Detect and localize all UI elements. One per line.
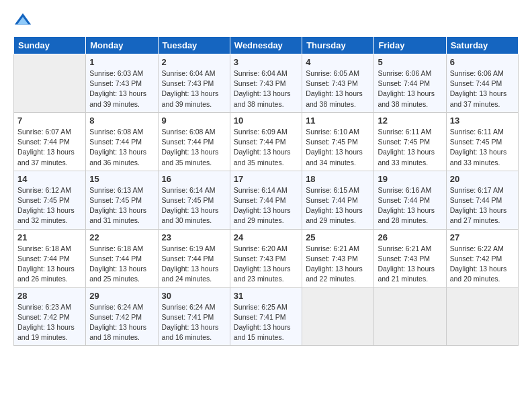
day-cell: 25Sunrise: 6:21 AMSunset: 7:43 PMDayligh… (302, 229, 374, 287)
day-number: 17 (234, 174, 298, 184)
day-info: Sunrise: 6:07 AMSunset: 7:44 PMDaylight:… (17, 127, 82, 168)
day-info: Sunrise: 6:11 AMSunset: 7:45 PMDaylight:… (450, 127, 515, 168)
day-info: Sunrise: 6:14 AMSunset: 7:45 PMDaylight:… (162, 185, 226, 226)
day-number: 21 (17, 232, 82, 242)
day-number: 15 (89, 174, 154, 184)
day-number: 10 (234, 116, 298, 126)
day-cell (14, 54, 86, 113)
day-cell: 6Sunrise: 6:06 AMSunset: 7:44 PMDaylight… (446, 54, 518, 113)
day-number: 18 (306, 174, 370, 184)
day-cell: 26Sunrise: 6:21 AMSunset: 7:43 PMDayligh… (374, 229, 446, 287)
day-number: 14 (17, 174, 82, 184)
day-info: Sunrise: 6:13 AMSunset: 7:45 PMDaylight:… (89, 185, 154, 226)
day-info: Sunrise: 6:04 AMSunset: 7:43 PMDaylight:… (162, 68, 226, 109)
day-cell (302, 287, 374, 346)
day-info: Sunrise: 6:11 AMSunset: 7:45 PMDaylight:… (378, 127, 442, 168)
day-info: Sunrise: 6:22 AMSunset: 7:42 PMDaylight:… (450, 244, 515, 285)
day-cell: 23Sunrise: 6:19 AMSunset: 7:44 PMDayligh… (158, 229, 230, 287)
day-cell: 20Sunrise: 6:17 AMSunset: 7:44 PMDayligh… (446, 171, 518, 229)
day-number: 8 (89, 116, 154, 126)
day-info: Sunrise: 6:20 AMSunset: 7:43 PMDaylight:… (234, 244, 298, 285)
day-cell: 15Sunrise: 6:13 AMSunset: 7:45 PMDayligh… (86, 171, 158, 229)
day-cell: 2Sunrise: 6:04 AMSunset: 7:43 PMDaylight… (158, 54, 230, 113)
day-number: 12 (378, 116, 442, 126)
day-cell: 29Sunrise: 6:24 AMSunset: 7:42 PMDayligh… (86, 287, 158, 346)
day-info: Sunrise: 6:09 AMSunset: 7:44 PMDaylight:… (234, 127, 298, 168)
day-cell: 9Sunrise: 6:08 AMSunset: 7:44 PMDaylight… (158, 112, 230, 171)
day-cell: 19Sunrise: 6:16 AMSunset: 7:44 PMDayligh… (374, 171, 446, 229)
day-cell: 10Sunrise: 6:09 AMSunset: 7:44 PMDayligh… (230, 112, 302, 171)
week-row-2: 14Sunrise: 6:12 AMSunset: 7:45 PMDayligh… (14, 171, 519, 229)
day-number: 27 (450, 232, 515, 242)
day-number: 22 (89, 232, 154, 242)
day-cell: 13Sunrise: 6:11 AMSunset: 7:45 PMDayligh… (446, 112, 518, 171)
day-info: Sunrise: 6:24 AMSunset: 7:42 PMDaylight:… (89, 302, 154, 343)
day-number: 3 (234, 57, 298, 67)
day-number: 2 (162, 57, 226, 67)
day-number: 26 (378, 232, 442, 242)
day-cell: 11Sunrise: 6:10 AMSunset: 7:45 PMDayligh… (302, 112, 374, 171)
col-header-tuesday: Tuesday (158, 37, 230, 54)
day-cell: 12Sunrise: 6:11 AMSunset: 7:45 PMDayligh… (374, 112, 446, 171)
day-info: Sunrise: 6:18 AMSunset: 7:44 PMDaylight:… (17, 244, 82, 285)
day-number: 19 (378, 174, 442, 184)
day-number: 30 (162, 291, 226, 301)
week-row-1: 7Sunrise: 6:07 AMSunset: 7:44 PMDaylight… (14, 112, 519, 171)
day-cell: 4Sunrise: 6:05 AMSunset: 7:43 PMDaylight… (302, 54, 374, 113)
week-row-3: 21Sunrise: 6:18 AMSunset: 7:44 PMDayligh… (14, 229, 519, 287)
day-number: 11 (306, 116, 370, 126)
day-info: Sunrise: 6:08 AMSunset: 7:44 PMDaylight:… (162, 127, 226, 168)
day-info: Sunrise: 6:21 AMSunset: 7:43 PMDaylight:… (306, 244, 370, 285)
day-cell: 5Sunrise: 6:06 AMSunset: 7:44 PMDaylight… (374, 54, 446, 113)
day-number: 9 (162, 116, 226, 126)
day-number: 25 (306, 232, 370, 242)
day-cell: 3Sunrise: 6:04 AMSunset: 7:43 PMDaylight… (230, 54, 302, 113)
col-header-thursday: Thursday (302, 37, 374, 54)
day-info: Sunrise: 6:04 AMSunset: 7:43 PMDaylight:… (234, 68, 298, 109)
col-header-saturday: Saturday (446, 37, 518, 54)
day-info: Sunrise: 6:10 AMSunset: 7:45 PMDaylight:… (306, 127, 370, 168)
day-info: Sunrise: 6:05 AMSunset: 7:43 PMDaylight:… (306, 68, 370, 109)
day-cell: 7Sunrise: 6:07 AMSunset: 7:44 PMDaylight… (14, 112, 86, 171)
day-info: Sunrise: 6:12 AMSunset: 7:45 PMDaylight:… (17, 185, 82, 226)
day-number: 5 (378, 57, 442, 67)
day-number: 29 (89, 291, 154, 301)
day-number: 4 (306, 57, 370, 67)
day-cell (374, 287, 446, 346)
day-cell: 8Sunrise: 6:08 AMSunset: 7:44 PMDaylight… (86, 112, 158, 171)
day-cell: 16Sunrise: 6:14 AMSunset: 7:45 PMDayligh… (158, 171, 230, 229)
day-number: 7 (17, 116, 82, 126)
col-header-wednesday: Wednesday (230, 37, 302, 54)
day-cell: 31Sunrise: 6:25 AMSunset: 7:41 PMDayligh… (230, 287, 302, 346)
day-cell: 1Sunrise: 6:03 AMSunset: 7:43 PMDaylight… (86, 54, 158, 113)
day-info: Sunrise: 6:14 AMSunset: 7:44 PMDaylight:… (234, 185, 298, 226)
day-info: Sunrise: 6:03 AMSunset: 7:43 PMDaylight:… (89, 68, 154, 109)
header (13, 11, 519, 30)
page: SundayMondayTuesdayWednesdayThursdayFrid… (0, 0, 532, 411)
day-number: 1 (89, 57, 154, 67)
header-row: SundayMondayTuesdayWednesdayThursdayFrid… (14, 37, 519, 54)
day-cell: 24Sunrise: 6:20 AMSunset: 7:43 PMDayligh… (230, 229, 302, 287)
week-row-0: 1Sunrise: 6:03 AMSunset: 7:43 PMDaylight… (14, 54, 519, 113)
week-row-4: 28Sunrise: 6:23 AMSunset: 7:42 PMDayligh… (14, 287, 519, 346)
day-number: 16 (162, 174, 226, 184)
logo (13, 11, 35, 30)
day-info: Sunrise: 6:06 AMSunset: 7:44 PMDaylight:… (378, 68, 442, 109)
day-info: Sunrise: 6:18 AMSunset: 7:44 PMDaylight:… (89, 244, 154, 285)
day-number: 13 (450, 116, 515, 126)
day-info: Sunrise: 6:17 AMSunset: 7:44 PMDaylight:… (450, 185, 515, 226)
day-info: Sunrise: 6:08 AMSunset: 7:44 PMDaylight:… (89, 127, 154, 168)
col-header-monday: Monday (86, 37, 158, 54)
day-info: Sunrise: 6:16 AMSunset: 7:44 PMDaylight:… (378, 185, 442, 226)
day-cell: 22Sunrise: 6:18 AMSunset: 7:44 PMDayligh… (86, 229, 158, 287)
day-cell: 18Sunrise: 6:15 AMSunset: 7:44 PMDayligh… (302, 171, 374, 229)
day-info: Sunrise: 6:15 AMSunset: 7:44 PMDaylight:… (306, 185, 370, 226)
day-cell: 30Sunrise: 6:24 AMSunset: 7:41 PMDayligh… (158, 287, 230, 346)
calendar-table: SundayMondayTuesdayWednesdayThursdayFrid… (13, 36, 519, 346)
day-number: 28 (17, 291, 82, 301)
day-cell: 28Sunrise: 6:23 AMSunset: 7:42 PMDayligh… (14, 287, 86, 346)
day-cell: 27Sunrise: 6:22 AMSunset: 7:42 PMDayligh… (446, 229, 518, 287)
day-info: Sunrise: 6:19 AMSunset: 7:44 PMDaylight:… (162, 244, 226, 285)
day-number: 6 (450, 57, 515, 67)
day-info: Sunrise: 6:21 AMSunset: 7:43 PMDaylight:… (378, 244, 442, 285)
